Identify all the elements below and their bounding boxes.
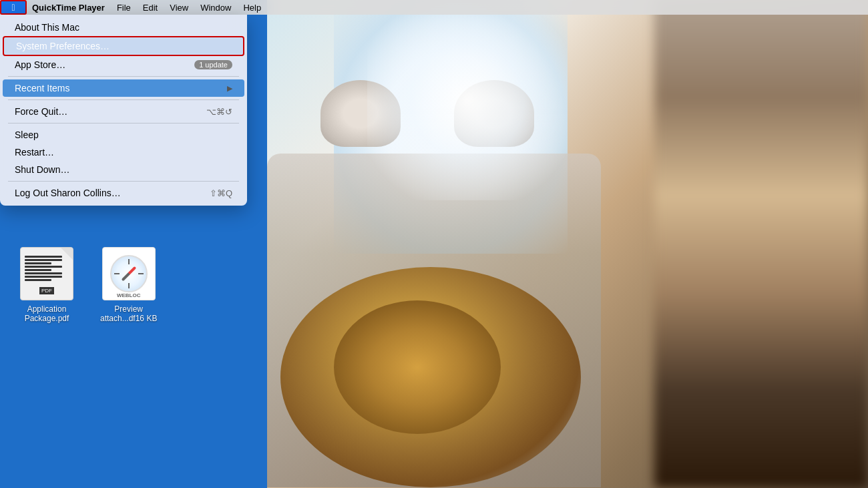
menu-item-shutdown[interactable]: Shut Down… <box>3 161 244 178</box>
menu-item-force-quit-label: Force Quit… <box>15 106 67 117</box>
menubar-item-view[interactable]: View <box>164 0 194 15</box>
menubar-item-file[interactable]: File <box>112 0 136 15</box>
separator-1 <box>8 76 239 77</box>
menu-item-shutdown-label: Shut Down… <box>15 164 69 175</box>
menu-item-system-prefs-label: System Preferences… <box>16 41 110 51</box>
separator-2 <box>8 99 239 100</box>
menu-item-restart-label: Restart… <box>15 147 54 158</box>
menu-item-restart[interactable]: Restart… <box>3 144 244 161</box>
menu-item-about-label: About This Mac <box>15 22 79 33</box>
menu-item-force-quit[interactable]: Force Quit… ⌥⌘↺ <box>3 103 244 120</box>
menu-item-sleep-label: Sleep <box>15 130 39 140</box>
webloc-badge: WEBLOC <box>117 292 141 298</box>
menubar-item-edit[interactable]: Edit <box>138 0 163 15</box>
apple-dropdown-menu: About This Mac System Preferences… App S… <box>0 15 247 206</box>
separator-4 <box>8 181 239 182</box>
pdf-icon-label: Application Package.pdf <box>25 304 69 323</box>
menu-item-about[interactable]: About This Mac <box>3 19 244 36</box>
separator-3 <box>8 123 239 124</box>
menubar-item-quicktime[interactable]: QuickTime Player <box>27 0 110 15</box>
menu-item-app-store[interactable]: App Store… 1 update <box>3 56 244 73</box>
menu-item-app-store-label: App Store… <box>15 59 65 70</box>
safari-icon <box>110 255 148 292</box>
desktop-icons-container: PDF Application Package.pdf WEBLOC Previ… <box>0 247 267 323</box>
app-store-badge: 1 update <box>194 60 232 69</box>
menu-item-recent-items-label: Recent Items <box>15 83 69 93</box>
desktop-icon-pdf[interactable]: PDF Application Package.pdf <box>20 247 73 323</box>
menu-item-system-prefs[interactable]: System Preferences… <box>3 36 244 56</box>
pdf-icon-image: PDF <box>20 247 73 300</box>
menu-item-sleep[interactable]: Sleep <box>3 126 244 144</box>
recent-items-arrow-icon: ▶ <box>227 84 232 93</box>
apple-logo-icon:  <box>11 2 15 13</box>
menu-item-recent-items[interactable]: Recent Items ▶ <box>3 79 244 97</box>
webloc-icon-image: WEBLOC <box>102 247 156 300</box>
menubar-item-window[interactable]: Window <box>195 0 236 15</box>
menubar-item-help[interactable]: Help <box>238 0 266 15</box>
menu-items: QuickTime Player File Edit View Window H… <box>27 0 266 15</box>
logout-shortcut: ⇧⌘Q <box>210 188 232 198</box>
menu-bar:  QuickTime Player File Edit View Window… <box>0 0 868 15</box>
webloc-icon-label: Preview attach...df16 KB <box>100 304 157 323</box>
menu-item-logout[interactable]: Log Out Sharon Collins… ⇧⌘Q <box>3 184 244 202</box>
menu-item-logout-label: Log Out Sharon Collins… <box>15 188 121 198</box>
background-photo <box>267 0 868 488</box>
desktop-icon-webloc[interactable]: WEBLOC Preview attach...df16 KB <box>100 247 157 323</box>
force-quit-shortcut: ⌥⌘↺ <box>206 107 232 117</box>
apple-menu-button[interactable]:  <box>0 0 27 15</box>
pdf-badge: PDF <box>39 287 54 294</box>
